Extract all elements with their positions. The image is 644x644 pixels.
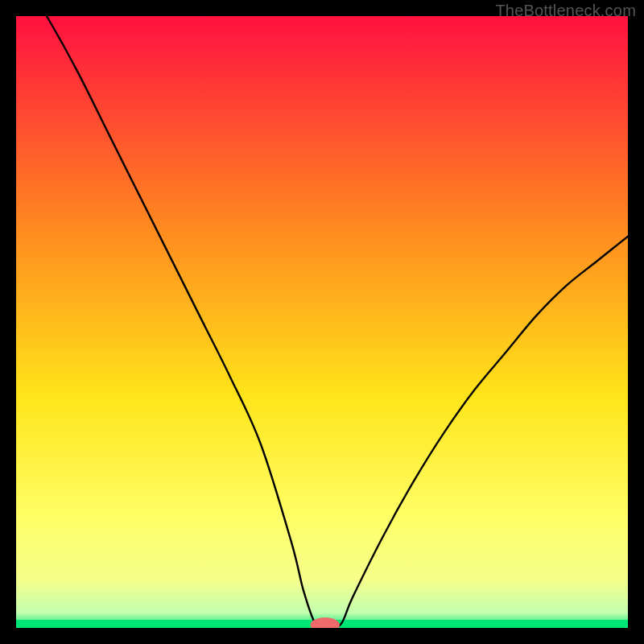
chart-stage: TheBottleneck.com [0, 0, 644, 644]
chart-plot-area [16, 16, 628, 628]
attribution-watermark: TheBottleneck.com [495, 2, 636, 20]
chart-svg [16, 16, 628, 628]
gradient-background [16, 16, 628, 628]
